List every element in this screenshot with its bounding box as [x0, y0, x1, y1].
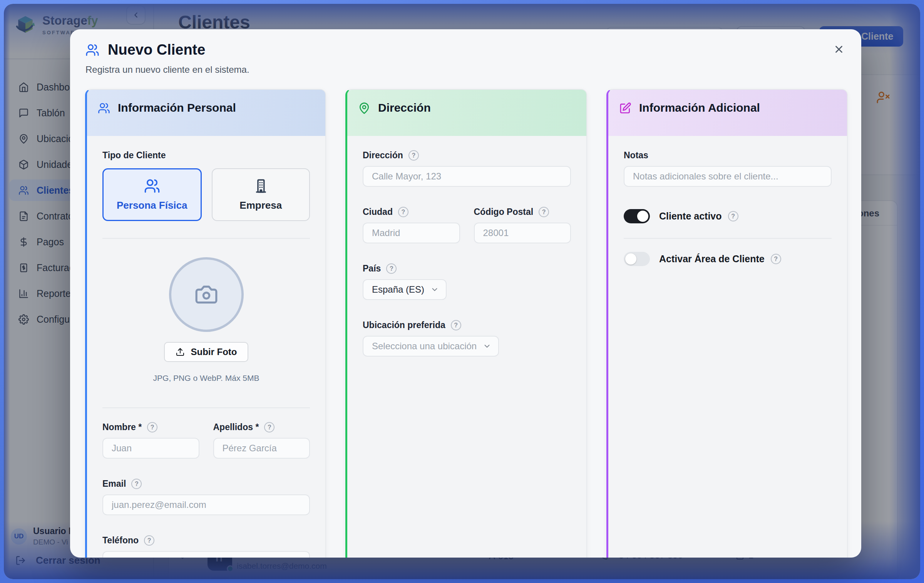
direccion-field[interactable]: [363, 166, 571, 187]
cliente-activo-label: Cliente activo?: [659, 211, 738, 222]
ubicacion-preferida-label: Ubicación preferida?: [363, 320, 571, 330]
pais-label: País?: [363, 263, 571, 274]
personal-info-header: Información Personal: [87, 90, 325, 136]
help-icon[interactable]: ?: [131, 479, 142, 489]
help-icon[interactable]: ?: [386, 263, 397, 274]
new-client-modal: Nuevo Cliente Registra un nuevo cliente …: [70, 29, 861, 558]
screen: Storagefy SOFTWARE Dashboard Tablón: [0, 0, 924, 583]
section-divider: [102, 238, 310, 239]
chevron-down-icon: [430, 285, 439, 294]
camera-icon: [194, 283, 218, 307]
help-icon[interactable]: ?: [451, 320, 461, 330]
notas-field[interactable]: [624, 166, 832, 187]
map-pin-icon: [358, 102, 370, 114]
upload-hint: JPG, PNG o WebP. Máx 5MB: [153, 374, 259, 383]
ubicacion-select[interactable]: Selecciona una ubicación: [363, 336, 499, 357]
section-divider: [624, 238, 832, 239]
chevron-down-icon: [483, 342, 491, 350]
upload-photo-button[interactable]: Subir Foto: [164, 342, 249, 362]
help-icon[interactable]: ?: [144, 535, 154, 546]
help-icon[interactable]: ?: [398, 207, 408, 217]
cliente-activo-row: Cliente activo?: [624, 209, 832, 223]
help-icon[interactable]: ?: [771, 254, 781, 264]
pais-select[interactable]: España (ES): [363, 279, 447, 300]
section-divider: [102, 407, 310, 408]
client-type-label: Tipo de Cliente: [102, 150, 310, 161]
additional-info-header: Información Adicional: [608, 90, 847, 136]
modal-title: Nuevo Cliente: [108, 42, 205, 58]
type-empresa-button[interactable]: Empresa: [212, 168, 310, 221]
address-header: Dirección: [347, 90, 586, 136]
email-field[interactable]: [102, 494, 310, 515]
address-card: Dirección Dirección? Ciudad? Código Post…: [345, 89, 587, 558]
modal-header: Nuevo Cliente Registra un nuevo cliente …: [85, 42, 249, 75]
nombre-label: Nombre *?: [102, 422, 199, 432]
type-persona-fisica-button[interactable]: Persona Física: [102, 168, 202, 221]
direccion-label: Dirección?: [363, 150, 571, 161]
notas-label: Notas: [624, 150, 832, 161]
modal-subtitle: Registra un nuevo cliente en el sistema.: [85, 64, 249, 75]
users-icon: [85, 43, 99, 57]
area-cliente-toggle[interactable]: [624, 252, 650, 266]
help-icon[interactable]: ?: [408, 150, 419, 161]
help-icon[interactable]: ?: [728, 211, 738, 221]
email-label: Email?: [102, 479, 310, 489]
telefono-field[interactable]: [102, 551, 310, 558]
nombre-field[interactable]: [102, 438, 199, 459]
close-button[interactable]: [830, 41, 847, 58]
area-cliente-label: Activar Área de Cliente?: [659, 253, 781, 265]
help-icon[interactable]: ?: [147, 422, 157, 432]
additional-info-card: Información Adicional Notas Cliente acti…: [606, 89, 848, 558]
cliente-activo-toggle[interactable]: [624, 209, 650, 223]
pen-square-icon: [619, 102, 631, 114]
help-icon[interactable]: ?: [539, 207, 549, 217]
ciudad-field[interactable]: [363, 223, 460, 243]
upload-icon: [176, 347, 185, 357]
help-icon[interactable]: ?: [264, 422, 275, 432]
apellidos-field[interactable]: [213, 438, 310, 459]
telefono-label: Teléfono?: [102, 535, 310, 546]
ciudad-label: Ciudad?: [363, 207, 460, 217]
users-icon: [98, 102, 110, 114]
users-icon: [144, 178, 160, 194]
codigo-postal-field[interactable]: [474, 223, 571, 243]
building-icon: [253, 178, 269, 194]
codigo-postal-label: Código Postal?: [474, 207, 571, 217]
close-icon: [833, 44, 845, 55]
area-cliente-row: Activar Área de Cliente?: [624, 252, 832, 266]
personal-info-card: Información Personal Tipo de Cliente Per…: [85, 89, 326, 558]
photo-placeholder[interactable]: [169, 257, 244, 332]
apellidos-label: Apellidos *?: [213, 422, 310, 432]
